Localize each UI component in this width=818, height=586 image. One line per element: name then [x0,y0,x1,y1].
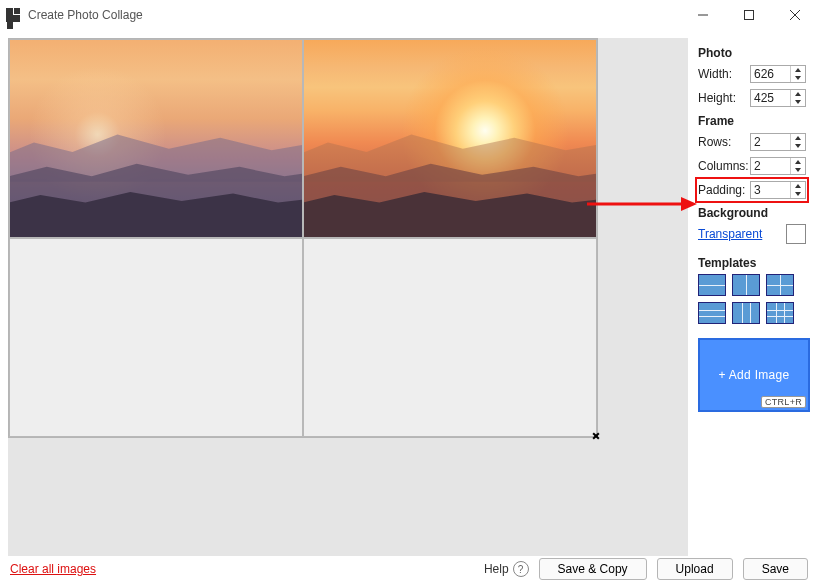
spin-down-icon[interactable] [791,74,805,82]
titlebar: Create Photo Collage [0,0,818,30]
spin-down-icon[interactable] [791,142,805,150]
spin-up-icon[interactable] [791,134,805,142]
height-input[interactable]: 425 [750,89,806,107]
window-title: Create Photo Collage [28,8,143,22]
spin-down-icon[interactable] [791,166,805,174]
save-and-copy-button[interactable]: Save & Copy [539,558,647,580]
svg-marker-8 [795,136,801,140]
upload-button[interactable]: Upload [657,558,733,580]
template-2x2[interactable] [766,274,794,296]
canvas-area[interactable] [8,38,688,556]
width-value[interactable]: 626 [751,66,790,82]
svg-marker-9 [795,144,801,148]
columns-value[interactable]: 2 [751,158,790,174]
spin-up-icon[interactable] [791,158,805,166]
width-input[interactable]: 626 [750,65,806,83]
svg-marker-13 [795,192,801,196]
add-image-button[interactable]: + Add Image CTRL+R [698,338,810,412]
collage-cell[interactable] [9,39,303,238]
add-image-label: + Add Image [718,368,789,382]
resize-handle[interactable] [592,432,600,440]
help-link[interactable]: Help ? [484,561,529,577]
svg-marker-10 [795,160,801,164]
svg-marker-12 [795,184,801,188]
footer: Clear all images Help ? Save & Copy Uplo… [0,556,818,586]
collage-cell[interactable] [303,39,597,238]
height-label: Height: [698,91,750,105]
padding-label: Padding: [698,183,750,197]
collage-frame[interactable] [8,38,598,438]
background-transparent-link[interactable]: Transparent [698,227,762,241]
section-heading-frame: Frame [698,114,806,128]
spin-up-icon[interactable] [791,66,805,74]
rows-input[interactable]: 2 [750,133,806,151]
spin-up-icon[interactable] [791,182,805,190]
minimize-button[interactable] [680,0,726,30]
templates-grid [698,274,806,324]
side-panel: Photo Width: 626 Height: 425 Frame Rows: [688,30,818,556]
clear-all-link[interactable]: Clear all images [10,562,96,576]
columns-input[interactable]: 2 [750,157,806,175]
close-button[interactable] [772,0,818,30]
section-heading-templates: Templates [698,256,806,270]
width-label: Width: [698,67,750,81]
template-2cols[interactable] [732,274,760,296]
template-3cols[interactable] [732,302,760,324]
svg-marker-4 [795,68,801,72]
add-image-shortcut: CTRL+R [761,396,806,408]
svg-marker-6 [795,92,801,96]
background-color-swatch[interactable] [786,224,806,244]
collage-cell-empty[interactable] [303,238,597,437]
save-button[interactable]: Save [743,558,808,580]
rows-label: Rows: [698,135,750,149]
padding-value[interactable]: 3 [751,182,790,198]
app-window: Create Photo Collage [0,0,818,586]
section-heading-photo: Photo [698,46,806,60]
padding-row-highlighted: Padding: 3 [698,180,806,200]
collage-cell-empty[interactable] [9,238,303,437]
columns-label: Columns: [698,159,750,173]
svg-rect-1 [745,11,754,20]
rows-value[interactable]: 2 [751,134,790,150]
template-2rows[interactable] [698,274,726,296]
template-3x3[interactable] [766,302,794,324]
app-icon [6,8,20,22]
photo-thumbnail[interactable] [304,40,596,237]
spin-down-icon[interactable] [791,190,805,198]
svg-marker-7 [795,100,801,104]
svg-marker-11 [795,168,801,172]
help-icon: ? [513,561,529,577]
photo-thumbnail[interactable] [10,40,302,237]
template-3rows[interactable] [698,302,726,324]
padding-input[interactable]: 3 [750,181,806,199]
section-heading-background: Background [698,206,806,220]
spin-up-icon[interactable] [791,90,805,98]
spin-down-icon[interactable] [791,98,805,106]
height-value[interactable]: 425 [751,90,790,106]
svg-marker-5 [795,76,801,80]
help-label: Help [484,562,509,576]
maximize-button[interactable] [726,0,772,30]
